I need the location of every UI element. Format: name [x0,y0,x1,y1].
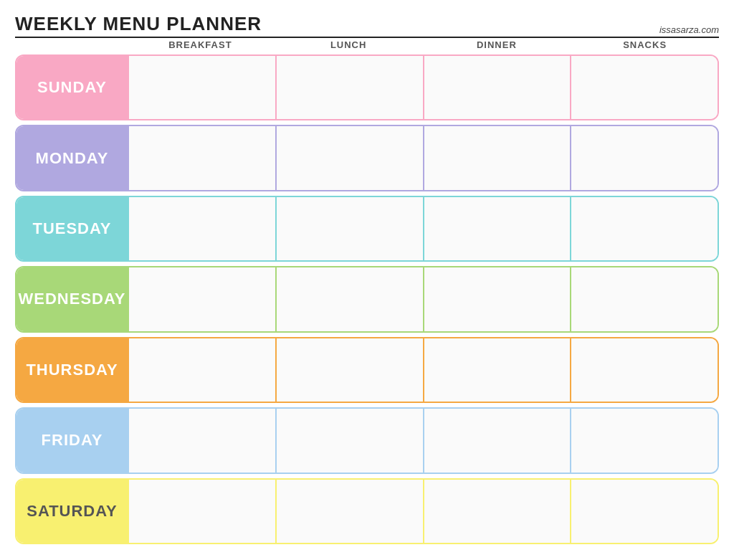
cell-tuesday-snacks[interactable] [570,197,718,260]
cell-wednesday-snacks[interactable] [570,267,718,331]
cell-monday-dinner[interactable] [423,126,571,189]
day-row-wednesday: Wednesday [15,266,719,332]
day-label-wednesday: Wednesday [16,267,128,331]
cell-friday-snacks[interactable] [570,409,718,472]
cell-thursday-lunch[interactable] [275,338,423,402]
day-row-monday: Monday [15,125,719,191]
cell-friday-breakfast[interactable] [128,409,275,472]
cell-saturday-dinner[interactable] [423,480,571,543]
planner-header: Weekly Menu Planner issasarza.com [15,13,719,38]
day-row-friday: Friday [15,407,719,473]
cell-wednesday-breakfast[interactable] [128,267,275,331]
col-breakfast: Breakfast [126,39,275,50]
planner-title: Weekly Menu Planner [15,13,262,35]
cell-saturday-lunch[interactable] [275,480,423,543]
cell-sunday-snacks[interactable] [570,56,718,119]
day-row-thursday: Thursday [15,337,719,403]
cell-saturday-snacks[interactable] [570,480,718,543]
cell-friday-lunch[interactable] [275,409,423,472]
day-row-sunday: Sunday [15,54,719,120]
column-headers: Breakfast Lunch Dinner Snacks [15,39,719,50]
cell-tuesday-dinner[interactable] [423,197,571,260]
day-row-saturday: Saturday [15,478,719,544]
days-grid: SundayMondayTuesdayWednesdayThursdayFrid… [15,54,719,544]
day-label-saturday: Saturday [16,480,128,543]
col-snacks: Snacks [571,39,719,50]
cell-monday-snacks[interactable] [570,126,718,189]
day-label-monday: Monday [16,126,128,189]
cell-friday-dinner[interactable] [423,409,571,472]
col-lunch: Lunch [275,39,423,50]
day-label-thursday: Thursday [16,338,128,402]
day-row-tuesday: Tuesday [15,196,719,262]
cell-sunday-dinner[interactable] [423,56,571,119]
cell-saturday-breakfast[interactable] [128,480,275,543]
cell-monday-breakfast[interactable] [128,126,275,189]
cell-wednesday-lunch[interactable] [275,267,423,331]
col-spacer [15,39,126,50]
cell-tuesday-lunch[interactable] [275,197,423,260]
day-label-friday: Friday [16,409,128,472]
day-label-sunday: Sunday [16,56,128,119]
day-label-tuesday: Tuesday [16,197,128,260]
cell-sunday-breakfast[interactable] [128,56,275,119]
cell-tuesday-breakfast[interactable] [128,197,275,260]
cell-thursday-dinner[interactable] [423,338,571,402]
cell-wednesday-dinner[interactable] [423,267,571,331]
cell-thursday-breakfast[interactable] [128,338,275,402]
cell-monday-lunch[interactable] [275,126,423,189]
col-dinner: Dinner [423,39,571,50]
planner-container: Weekly Menu Planner issasarza.com Breakf… [5,6,729,554]
planner-website: issasarza.com [659,24,719,35]
cell-thursday-snacks[interactable] [570,338,718,402]
cell-sunday-lunch[interactable] [275,56,423,119]
